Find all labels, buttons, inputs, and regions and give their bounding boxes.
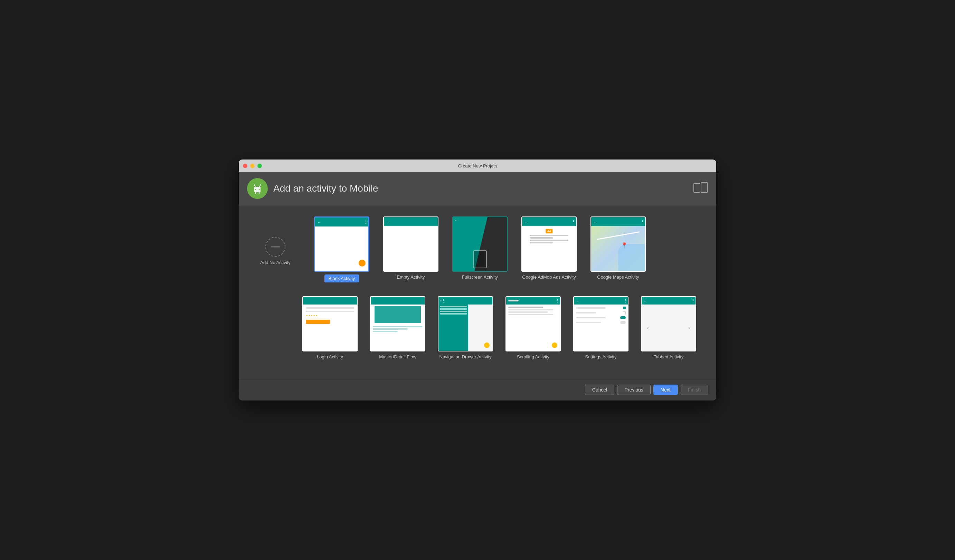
cancel-button[interactable]: Cancel	[585, 385, 615, 395]
admob-activity-label: Google AdMob Ads Activity	[522, 275, 576, 280]
window-controls	[243, 164, 262, 168]
page-title: Add an activity to Mobile	[273, 183, 378, 194]
add-no-activity-label: Add No Activity	[260, 260, 290, 265]
tab-navigation: ‹ ›	[647, 324, 690, 331]
fullscreen-activity-item[interactable]: ← ⛶ Fullscreen Activity	[449, 214, 511, 282]
minimize-button[interactable]	[250, 164, 255, 168]
overflow-icon	[693, 299, 694, 303]
overflow-icon	[625, 299, 626, 303]
tabbed-activity-thumb: ← ‹ ›	[641, 296, 696, 351]
previous-button[interactable]: Previous	[617, 385, 650, 395]
overflow-icon	[557, 299, 558, 303]
blank-activity-label: Blank Activity	[324, 275, 359, 282]
checkbox-off-icon	[623, 311, 626, 314]
svg-rect-6	[694, 183, 700, 192]
admob-activity-thumb: ← Ad	[521, 217, 577, 272]
empty-activity-item[interactable]: ← Empty Activity	[380, 214, 442, 282]
close-button[interactable]	[243, 164, 247, 168]
blank-activity-item[interactable]: ← Blank Activity	[311, 214, 373, 285]
fab-icon	[552, 343, 557, 348]
overflow-icon	[573, 220, 574, 223]
header-left: Add an activity to Mobile	[247, 178, 378, 199]
back-arrow-icon: ←	[576, 299, 579, 303]
master-detail-thumb	[370, 296, 425, 351]
empty-activity-thumb: ←	[383, 217, 438, 272]
overflow-icon	[366, 221, 366, 224]
login-activity-item[interactable]: ★★★★★ Login Activity	[299, 293, 360, 362]
blank-activity-thumb: ←	[314, 217, 369, 272]
next-button[interactable]: Next	[653, 385, 678, 395]
empty-activity-label: Empty Activity	[397, 275, 425, 280]
page-header: Add an activity to Mobile	[239, 172, 716, 206]
checkbox-on-icon	[623, 307, 626, 309]
title-bar: Create New Project	[239, 159, 716, 172]
svg-point-3	[259, 189, 260, 190]
settings-activity-thumb: ←	[573, 296, 628, 351]
maps-activity-thumb: ← 📍	[590, 217, 646, 272]
scrolling-activity-label: Scrolling Activity	[517, 354, 550, 359]
back-arrow-icon: ←	[593, 220, 597, 224]
fab-icon	[484, 343, 490, 348]
content-area: Add No Activity ←	[239, 206, 716, 373]
window-title: Create New Project	[458, 163, 497, 168]
master-detail-label: Master/Detail Flow	[379, 354, 416, 359]
fullscreen-activity-label: Fullscreen Activity	[462, 275, 498, 280]
tabbed-activity-item[interactable]: ← ‹ › Tabbed Activity	[638, 293, 699, 362]
android-logo	[247, 178, 268, 199]
left-arrow-icon: ‹	[647, 324, 649, 331]
maximize-button[interactable]	[257, 164, 262, 168]
navdrawer-activity-label: Navigation Drawer Activity	[440, 354, 492, 359]
master-detail-item[interactable]: Master/Detail Flow	[367, 293, 428, 362]
navdrawer-activity-thumb: ≡	[438, 296, 493, 351]
settings-activity-label: Settings Activity	[585, 354, 617, 359]
device-icon	[694, 182, 708, 195]
back-arrow-icon: ←	[386, 220, 390, 224]
login-activity-label: Login Activity	[317, 354, 343, 359]
maps-activity-label: Google Maps Activity	[597, 275, 639, 280]
dialog-footer: Cancel Previous Next Finish	[239, 379, 716, 401]
admob-activity-item[interactable]: ← Ad	[518, 214, 580, 282]
maps-activity-item[interactable]: ← 📍 Google Maps Activity	[587, 214, 649, 282]
main-window: Create New Project Add an activity to Mo…	[239, 159, 716, 401]
ad-badge: Ad	[546, 229, 553, 233]
toggle-off-icon	[620, 321, 626, 324]
scrolling-activity-item[interactable]: Scrolling Activity	[503, 293, 564, 362]
login-activity-thumb: ★★★★★	[302, 296, 358, 351]
finish-button: Finish	[681, 385, 708, 395]
overflow-icon	[443, 299, 444, 303]
right-arrow-icon: ›	[688, 324, 690, 331]
stars-icon: ★★★★★	[306, 314, 354, 317]
svg-rect-7	[701, 182, 707, 193]
back-arrow-icon: ←	[317, 220, 321, 224]
overflow-icon	[642, 220, 643, 223]
scrolling-activity-thumb	[506, 296, 561, 351]
add-no-activity-item[interactable]: Add No Activity	[251, 234, 299, 268]
activities-row-2: ★★★★★ Login Activity	[251, 293, 704, 365]
settings-activity-item[interactable]: ←	[570, 293, 631, 362]
activities-row-1: Add No Activity ←	[251, 214, 704, 288]
toggle-on-icon	[620, 316, 626, 319]
fullscreen-activity-thumb: ← ⛶	[452, 217, 507, 272]
tabbed-activity-label: Tabbed Activity	[654, 354, 684, 359]
back-arrow-icon: ←	[644, 299, 647, 303]
navdrawer-activity-item[interactable]: ≡	[435, 293, 496, 362]
back-arrow-icon: ←	[524, 220, 528, 224]
svg-point-2	[255, 189, 256, 190]
fab-icon	[359, 260, 366, 267]
